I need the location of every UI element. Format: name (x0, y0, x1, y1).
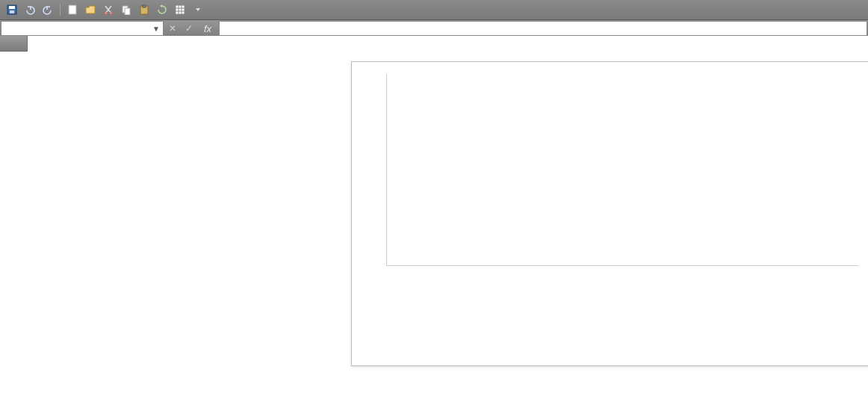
cancel-icon[interactable]: ✕ (164, 20, 181, 37)
dropdown-icon[interactable] (190, 2, 205, 17)
cut-icon[interactable] (101, 2, 116, 17)
name-box[interactable]: ▼ (1, 21, 164, 36)
redo-icon[interactable] (40, 2, 55, 17)
row-headers (0, 51, 27, 402)
repeat-icon[interactable] (155, 2, 170, 17)
embedded-chart[interactable] (351, 61, 868, 366)
chart-plot-area (386, 74, 858, 266)
formula-bar: ▼ ✕ ✓ fx (0, 20, 868, 37)
svg-rect-2 (10, 10, 14, 13)
select-all-corner[interactable] (0, 36, 28, 52)
chevron-down-icon[interactable]: ▼ (152, 25, 160, 33)
paste-icon[interactable] (137, 2, 152, 17)
save-icon[interactable] (4, 2, 19, 17)
grid-icon[interactable] (173, 2, 187, 17)
fx-icon[interactable]: fx (197, 20, 218, 37)
quick-access-toolbar (0, 0, 868, 20)
formula-input[interactable] (219, 21, 867, 36)
copy-icon[interactable] (119, 2, 134, 17)
new-icon[interactable] (65, 2, 80, 17)
open-icon[interactable] (83, 2, 98, 17)
svg-rect-3 (69, 5, 76, 14)
cells-area[interactable] (27, 51, 868, 402)
svg-rect-10 (176, 5, 185, 14)
svg-rect-1 (9, 6, 15, 9)
toolbar-separator (60, 4, 61, 16)
undo-icon[interactable] (22, 2, 37, 17)
column-headers (27, 36, 868, 51)
confirm-icon[interactable]: ✓ (181, 20, 197, 37)
svg-rect-9 (143, 5, 146, 7)
spreadsheet-grid[interactable] (0, 36, 868, 402)
svg-rect-7 (125, 8, 130, 15)
